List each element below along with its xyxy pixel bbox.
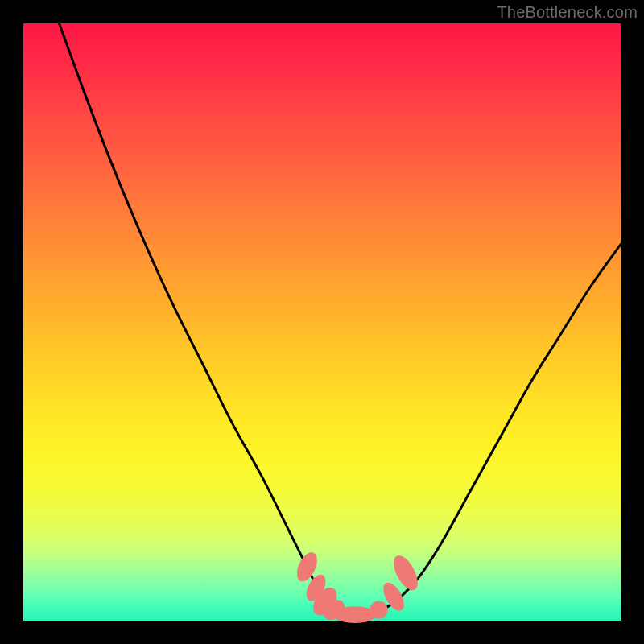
plot-area xyxy=(23,23,621,621)
chart-frame: TheBottleneck.com xyxy=(0,0,644,644)
watermark-text: TheBottleneck.com xyxy=(497,3,638,22)
chart-svg xyxy=(23,23,621,621)
markers-layer xyxy=(293,549,423,624)
bottleneck-curve xyxy=(60,23,621,615)
curve-marker xyxy=(369,601,387,619)
